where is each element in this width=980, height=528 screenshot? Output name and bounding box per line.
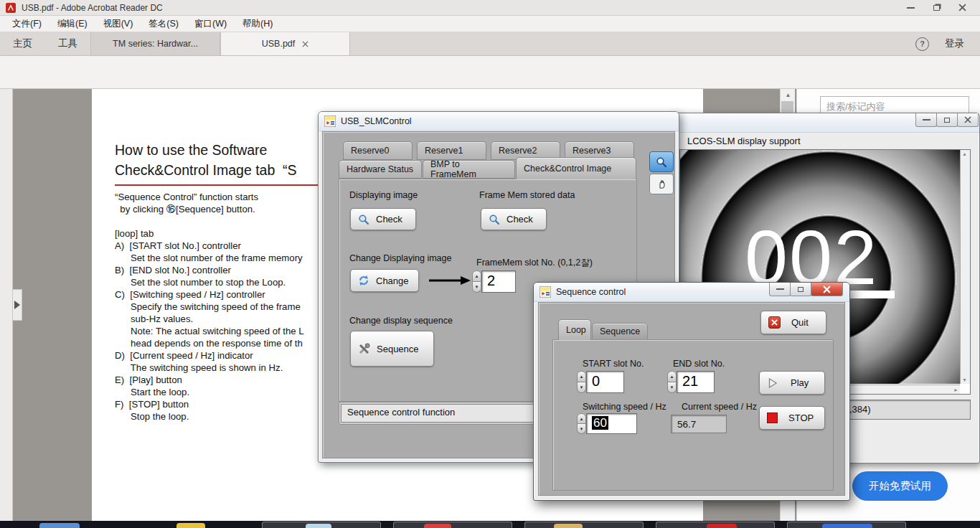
menu-item[interactable]: 窗口(W)	[187, 16, 235, 32]
pdf-text-line: Specify the switching speed of the frame	[115, 301, 320, 313]
doc-tab-tm-series[interactable]: TM series: Hardwar...	[90, 32, 220, 55]
sequence-button[interactable]: Sequence	[350, 331, 434, 367]
end-slot-stepper[interactable]: ▲ ▼	[667, 371, 677, 393]
menu-item[interactable]: 编辑(E)	[50, 16, 95, 32]
scroll-right-icon[interactable]: ►	[952, 386, 960, 394]
spin-down-icon[interactable]: ▼	[472, 282, 481, 293]
usb-reserve-tab[interactable]: Reserve1	[417, 141, 486, 160]
menu-item[interactable]: 帮助(H)	[235, 16, 281, 32]
doc-tab-usb-pdf[interactable]: USB.pdf	[220, 32, 350, 55]
pdf-heading-line1: How to use the Software	[115, 141, 352, 160]
scroll-up-icon[interactable]: ▲	[961, 150, 970, 158]
labview-icon	[540, 286, 551, 298]
doc-tab-label: USB.pdf	[262, 39, 296, 49]
switching-speed-stepper[interactable]: ▲ ▼	[577, 413, 586, 434]
quit-button[interactable]: Quit	[760, 311, 826, 334]
doc-tab-label: TM series: Hardwar...	[113, 39, 198, 49]
pdf-text-line: Stop the loop.	[115, 410, 320, 423]
pdf-text-line: [loop] tab	[115, 227, 320, 240]
acrobat-menubar: 文件(F)编辑(E)视图(V)签名(S)窗口(W)帮助(H)	[0, 16, 980, 32]
selected-text: 60	[592, 416, 608, 430]
stop-button[interactable]: STOP	[759, 406, 825, 430]
viewer-vertical-scrollbar[interactable]: ▲ ▼	[960, 150, 970, 384]
menu-item[interactable]: 视图(V)	[95, 16, 141, 32]
pdf-text-line: F) [STOP] button	[115, 398, 320, 410]
change-displaying-label: Change Displaying image	[349, 253, 451, 263]
labview-icon	[324, 116, 336, 127]
maximize-icon[interactable]	[936, 113, 958, 127]
end-slot-field[interactable]: 21	[677, 371, 715, 393]
taskbar-button[interactable]	[656, 522, 775, 528]
tab-loop[interactable]: Loop	[558, 319, 591, 340]
login-button[interactable]: 登录	[945, 37, 964, 50]
current-speed-indicator: 56.7	[671, 415, 727, 433]
check-framemem-button[interactable]: Check	[481, 208, 547, 230]
free-trial-button[interactable]: 开始免费试用	[852, 471, 948, 501]
viewer-pan-tool-button[interactable]	[649, 174, 674, 194]
minimize-icon[interactable]	[769, 283, 791, 296]
viewer-zoom-tool-button[interactable]	[649, 151, 674, 172]
hand-icon	[656, 179, 667, 189]
taskbar-button[interactable]	[262, 522, 381, 528]
tab-hardware-status[interactable]: Hardware Status	[339, 160, 422, 179]
displaying-image-label: Displaying image	[349, 190, 418, 200]
taskbar-app-icon[interactable]	[176, 523, 205, 528]
close-tab-icon[interactable]	[302, 41, 308, 47]
tab-home[interactable]: 主页	[0, 32, 45, 55]
start-slot-stepper[interactable]: ▲ ▼	[577, 371, 586, 393]
frame-mem-label: Frame Mem stored data	[479, 190, 575, 200]
help-icon[interactable]: ?	[915, 37, 929, 51]
spin-up-icon[interactable]: ▲	[667, 371, 677, 382]
close-icon[interactable]	[957, 113, 979, 127]
spin-down-icon[interactable]: ▼	[577, 424, 586, 434]
scroll-up-icon[interactable]: ▲	[781, 89, 796, 100]
maximize-icon[interactable]	[790, 283, 811, 296]
close-icon[interactable]	[811, 283, 843, 296]
close-icon[interactable]	[954, 3, 970, 13]
pdf-heading-line2: Check&Control Image tab “S	[115, 161, 352, 180]
spin-up-icon[interactable]: ▲	[472, 270, 481, 282]
restore-icon[interactable]	[928, 3, 944, 13]
start-slot-field[interactable]: 0	[586, 371, 624, 393]
usb-window-title: USB_SLMControl	[341, 116, 412, 126]
taskbar-browser-icon[interactable]	[39, 523, 80, 528]
taskbar-button[interactable]	[524, 522, 644, 528]
framemem-slot-field[interactable]: 2	[481, 270, 516, 293]
spin-up-icon[interactable]: ▲	[577, 371, 586, 382]
pdf-body-text: “Sequence Control” function starts by cl…	[115, 191, 320, 423]
pdf-text-line: C) [Switching speed / Hz] controller	[115, 288, 320, 301]
nav-pane-toggle[interactable]	[13, 289, 22, 321]
check-displaying-button[interactable]: Check	[350, 208, 416, 230]
pdf-text-line: Start the loop.	[115, 386, 320, 398]
spin-down-icon[interactable]: ▼	[577, 382, 586, 393]
sequence-caption-buttons	[770, 283, 843, 296]
minimize-icon[interactable]	[915, 113, 937, 127]
minimize-icon[interactable]	[903, 3, 918, 13]
pdf-text-line: D) [Current speed / Hz] indicator	[115, 349, 320, 362]
taskbar-button[interactable]	[393, 522, 512, 528]
tab-bmp-to-framemem[interactable]: BMP to FrameMem	[423, 160, 515, 179]
tab-tools[interactable]: 工具	[45, 32, 90, 55]
taskbar-button[interactable]	[787, 522, 906, 528]
tab-check-control-image[interactable]: Check&Control Image	[516, 157, 636, 179]
usb-titlebar[interactable]: USB_SLMControl	[319, 112, 679, 131]
acrobat-titlebar: USB.pdf - Adobe Acrobat Reader DC	[0, 0, 980, 16]
play-button[interactable]: Play	[759, 371, 825, 395]
spin-up-icon[interactable]: ▲	[577, 413, 586, 424]
menu-item[interactable]: 签名(S)	[141, 16, 187, 32]
framemem-slot-stepper[interactable]: ▲ ▼	[472, 270, 481, 293]
switching-speed-field[interactable]: 60	[586, 413, 637, 434]
usb-reserve-tab[interactable]: Reserve0	[343, 141, 413, 160]
pdf-text-line: The switching speed is shown in Hz.	[115, 362, 320, 374]
magnifier-icon	[358, 214, 369, 225]
change-button[interactable]: Change	[350, 269, 419, 292]
pdf-text-line: Note: The actual switching speed of the …	[115, 325, 320, 337]
framemem-slot-label: FrameMem slot No. (0,1,2찰)	[476, 257, 593, 269]
lcos-caption-buttons	[916, 113, 979, 127]
tab-sequence[interactable]: Sequence	[592, 323, 648, 340]
spin-down-icon[interactable]: ▼	[667, 382, 677, 393]
quit-button-label: Quit	[791, 317, 809, 328]
menu-item[interactable]: 文件(F)	[4, 16, 50, 32]
scroll-down-icon[interactable]: ▼	[961, 376, 970, 384]
pdf-text-line: Set the slot number to stop the Loop.	[115, 276, 320, 288]
